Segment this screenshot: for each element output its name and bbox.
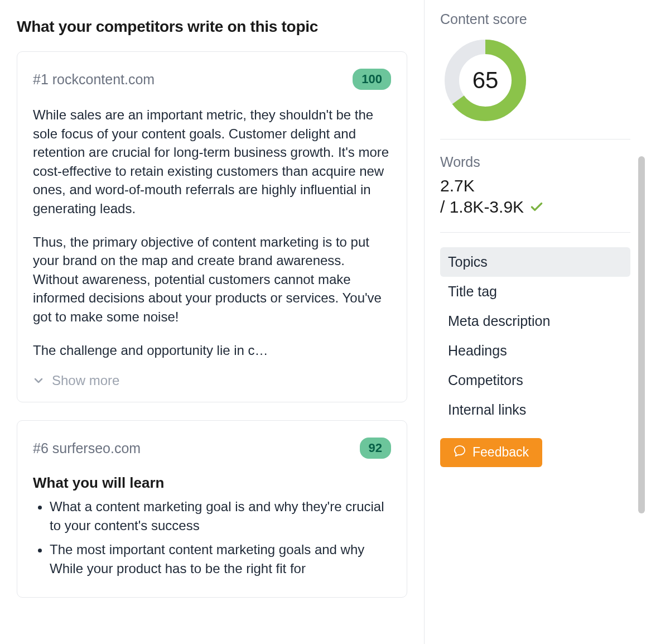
nav-item-headings[interactable]: Headings [440,336,630,366]
list-item: What a content marketing goal is and why… [50,497,391,535]
scrollbar-thumb[interactable] [638,156,645,513]
competitor-paragraph: The challenge and opportunity lie in c… [33,341,391,360]
words-label: Words [440,154,630,170]
nav-item-internal-links[interactable]: Internal links [440,395,630,425]
competitor-rank-label: #1 rockcontent.com [33,71,155,88]
competitor-subheading: What you will learn [33,474,391,492]
nav-item-competitors[interactable]: Competitors [440,366,630,395]
competitor-card: #1 rockcontent.com 100 While sales are a… [17,51,407,402]
competitor-card-body: While sales are an important metric, the… [33,105,391,359]
feedback-button[interactable]: Feedback [440,438,542,467]
competitor-card-header: #1 rockcontent.com 100 [33,69,391,90]
content-score-value: 65 [473,67,499,94]
competitor-bullet-list: What a content marketing goal is and why… [33,497,391,578]
show-more-label: Show more [52,373,119,388]
content-score-donut: 65 [440,39,630,122]
sidebar-divider [440,139,630,140]
nav-item-topics[interactable]: Topics [440,247,630,277]
scrollbar[interactable] [638,0,645,644]
competitor-paragraph: While sales are an important metric, the… [33,105,391,218]
nav-item-meta-description[interactable]: Meta description [440,306,630,336]
show-more-button[interactable]: Show more [33,373,119,388]
words-value: 2.7K [440,175,630,198]
chat-icon [454,445,466,460]
words-range: / 1.8K-3.9K [440,198,544,217]
sidebar-divider [440,232,630,233]
feedback-label: Feedback [473,445,529,460]
competitor-card-header: #6 surferseo.com 92 [33,438,391,459]
chevron-down-icon [33,375,44,386]
sidebar-nav: Topics Title tag Meta description Headin… [440,247,630,425]
competitor-score-badge: 100 [353,69,391,90]
list-item: The most important content marketing goa… [50,540,391,578]
page-title: What your competitors write on this topi… [17,18,407,36]
competitor-paragraph: Thus, the primary objective of content m… [33,233,391,326]
checkmark-icon [529,200,544,214]
content-score-label: Content score [440,11,630,27]
competitor-rank-label: #6 surferseo.com [33,440,141,456]
words-range-text: / 1.8K-3.9K [440,198,524,217]
competitor-card-body: What you will learn What a content marke… [33,474,391,578]
competitor-score-badge: 92 [360,438,391,459]
competitor-card: #6 surferseo.com 92 What you will learn … [17,420,407,597]
nav-item-title-tag[interactable]: Title tag [440,277,630,306]
